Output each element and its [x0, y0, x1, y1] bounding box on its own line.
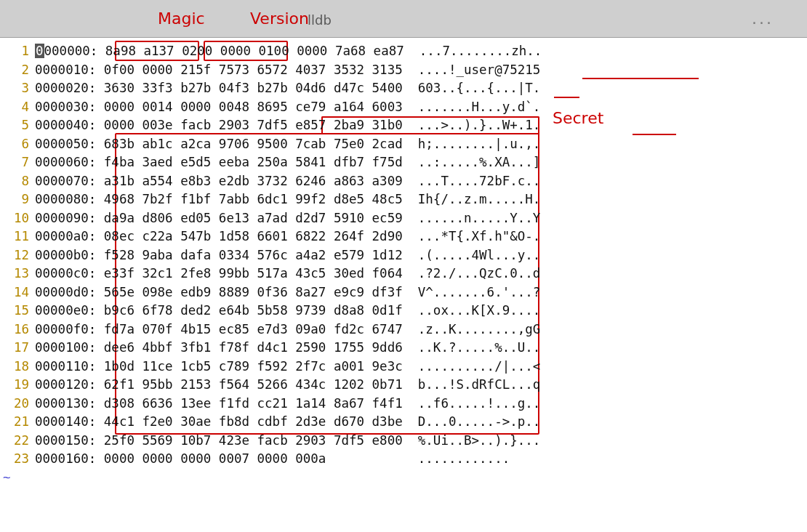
- hex-row: 60000050: 683b ab1c a2ca 9706 9500 7cab …: [0, 135, 807, 154]
- line-number: 16: [0, 321, 35, 339]
- line-number: 5: [0, 116, 35, 134]
- line-number: 23: [0, 450, 35, 468]
- hex-line: 0000020: 3630 33f3 b27b 04f3 b27b 04d6 d…: [35, 79, 540, 97]
- hex-row: 70000060: f4ba 3aed e5d5 eeba 250a 5841 …: [0, 153, 807, 172]
- hex-row: 80000070: a31b a554 e8b3 e2db 3732 6246 …: [0, 172, 807, 191]
- line-number: 17: [0, 339, 35, 357]
- hex-line: 0000160: 0000 0000 0000 0007 0000 000a .…: [35, 450, 510, 468]
- line-number: 7: [0, 153, 35, 172]
- line-number: 21: [0, 413, 35, 431]
- hex-row: 30000020: 3630 33f3 b27b 04f3 b27b 04d6 …: [0, 79, 807, 98]
- annotation-magic-label: Magic: [158, 7, 205, 31]
- hex-row: 1200000b0: f528 9aba dafa 0334 576c a4a2…: [0, 246, 807, 265]
- hex-row: 1600000f0: fd7a 070f 4b15 ec85 e7d3 09a0…: [0, 321, 807, 339]
- hex-line: 00000f0: fd7a 070f 4b15 ec85 e7d3 09a0 f…: [35, 321, 540, 339]
- tilde-icon: ~: [0, 469, 35, 487]
- hex-line: 0000120: 62f1 95bb 2153 f564 5266 434c 1…: [35, 376, 540, 394]
- hex-row: 90000080: 4968 7b2f f1bf 7abb 6dc1 99f2 …: [0, 190, 807, 209]
- titlebar: lldb ···: [0, 0, 807, 38]
- line-number: 15: [0, 302, 35, 320]
- hex-line: 0000130: d308 6636 13ee f1fd cc21 1a14 8…: [35, 395, 540, 413]
- hex-row: 20000010: 0f00 0000 215f 7573 6572 4037 …: [0, 61, 807, 80]
- line-number: 14: [0, 283, 35, 302]
- hex-row: 220000150: 25f0 5569 10b7 423e facb 2903…: [0, 432, 807, 451]
- hex-line: 0000150: 25f0 5569 10b7 423e facb 2903 7…: [35, 432, 540, 450]
- hex-line: 0000100: dee6 4bbf 3fb1 f78f d4c1 2590 1…: [35, 339, 540, 357]
- hex-line: 00000a0: 08ec c22a 547b 1d58 6601 6822 2…: [35, 227, 540, 246]
- hex-line: 0000000: 8a98 a137 0200 0000 0100 0000 7…: [35, 42, 542, 60]
- hex-line: 0000110: 1b0d 11ce 1cb5 c789 f592 2f7c a…: [35, 358, 540, 376]
- hex-row: 1300000c0: e33f 32c1 2fe8 99bb 517a 43c5…: [0, 265, 807, 283]
- hex-row: 200000130: d308 6636 13ee f1fd cc21 1a14…: [0, 395, 807, 414]
- hex-line: 0000080: 4968 7b2f f1bf 7abb 6dc1 99f2 d…: [35, 190, 540, 209]
- hex-row: 180000110: 1b0d 11ce 1cb5 c789 f592 2f7c…: [0, 358, 807, 376]
- line-number: 1: [0, 42, 35, 60]
- hex-line: 0000050: 683b ab1c a2ca 9706 9500 7cab 7…: [35, 135, 540, 153]
- hex-editor[interactable]: 10000000: 8a98 a137 0200 0000 0100 0000 …: [0, 38, 807, 487]
- hex-line: 0000010: 0f00 0000 215f 7573 6572 4037 3…: [35, 61, 540, 79]
- tab-title: lldb: [308, 11, 332, 30]
- hex-row: 1100000a0: 08ec c22a 547b 1d58 6601 6822…: [0, 227, 807, 246]
- hex-row: 40000030: 0000 0014 0000 0048 8695 ce79 …: [0, 98, 807, 117]
- empty-line: ~: [0, 469, 807, 488]
- hex-line: 00000b0: f528 9aba dafa 0334 576c a4a2 e…: [35, 246, 540, 265]
- hex-line: 0000030: 0000 0014 0000 0048 8695 ce79 a…: [35, 98, 540, 116]
- hex-row: 10000000: 8a98 a137 0200 0000 0100 0000 …: [0, 42, 807, 61]
- annotation-version-label: Version: [250, 7, 309, 31]
- line-number: 19: [0, 376, 35, 394]
- line-number: 22: [0, 432, 35, 450]
- hex-row: 210000140: 44c1 f2e0 30ae fb8d cdbf 2d3e…: [0, 413, 807, 432]
- line-number: 12: [0, 246, 35, 265]
- hex-line: 00000c0: e33f 32c1 2fe8 99bb 517a 43c5 3…: [35, 265, 540, 283]
- hex-line: 00000e0: b9c6 6f78 ded2 e64b 5b58 9739 d…: [35, 302, 540, 320]
- line-number: 4: [0, 98, 35, 116]
- text-cursor: 0: [35, 44, 44, 58]
- hex-row: 50000040: 0000 003e facb 2903 7df5 e857 …: [0, 116, 807, 135]
- hex-line: 0000040: 0000 003e facb 2903 7df5 e857 2…: [35, 116, 540, 134]
- hex-row: 170000100: dee6 4bbf 3fb1 f78f d4c1 2590…: [0, 339, 807, 358]
- hex-line: 0000070: a31b a554 e8b3 e2db 3732 6246 a…: [35, 172, 540, 190]
- hex-row: 100000090: da9a d806 ed05 6e13 a7ad d2d7…: [0, 209, 807, 228]
- hex-line: 00000d0: 565e 098e edb9 8889 0f36 8a27 e…: [35, 283, 540, 302]
- hex-line: 0000060: f4ba 3aed e5d5 eeba 250a 5841 d…: [35, 153, 540, 172]
- more-icon[interactable]: ···: [752, 12, 774, 35]
- line-number: 6: [0, 135, 35, 153]
- line-number: 3: [0, 79, 35, 97]
- hex-row: 230000160: 0000 0000 0000 0007 0000 000a…: [0, 450, 807, 469]
- line-number: 10: [0, 209, 35, 227]
- hex-row: 1500000e0: b9c6 6f78 ded2 e64b 5b58 9739…: [0, 302, 807, 321]
- line-number: 8: [0, 172, 35, 190]
- line-number: 9: [0, 190, 35, 209]
- hex-row: 1400000d0: 565e 098e edb9 8889 0f36 8a27…: [0, 283, 807, 302]
- line-number: 2: [0, 61, 35, 79]
- line-number: 18: [0, 358, 35, 376]
- line-number: 20: [0, 395, 35, 413]
- hex-row: 190000120: 62f1 95bb 2153 f564 5266 434c…: [0, 376, 807, 395]
- hex-line: 0000140: 44c1 f2e0 30ae fb8d cdbf 2d3e d…: [35, 413, 540, 431]
- line-number: 13: [0, 265, 35, 283]
- line-number: 11: [0, 227, 35, 246]
- hex-line: 0000090: da9a d806 ed05 6e13 a7ad d2d7 5…: [35, 209, 540, 227]
